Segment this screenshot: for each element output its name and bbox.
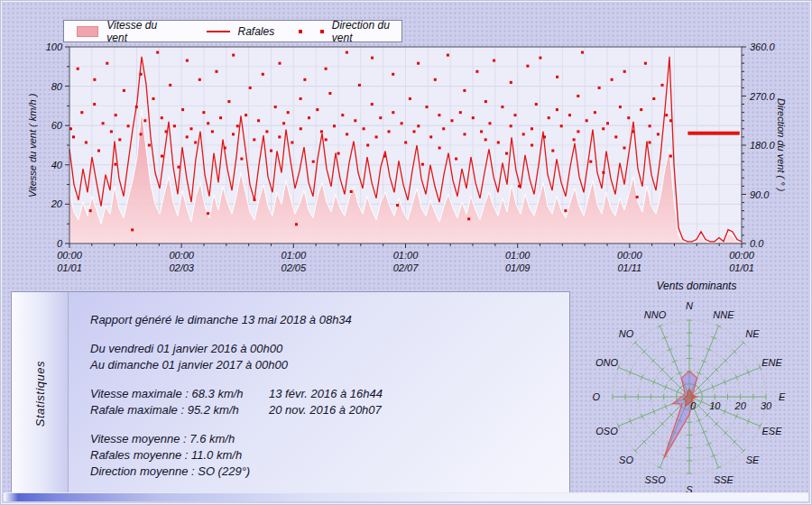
- direction-dot: [216, 70, 218, 73]
- rose-direction-label: ONO: [595, 357, 619, 368]
- direction-dot: [240, 158, 243, 161]
- direction-dot: [459, 111, 462, 114]
- direction-dot: [161, 155, 163, 158]
- direction-dot: [447, 54, 449, 57]
- direction-dot: [514, 114, 517, 116]
- direction-dot: [93, 103, 96, 106]
- direction-dot: [632, 130, 634, 133]
- direction-dot: [254, 198, 256, 201]
- direction-dot: [586, 119, 588, 122]
- direction-dot: [463, 89, 466, 92]
- direction-dot: [531, 144, 533, 147]
- direction-dot: [328, 92, 331, 95]
- rose-scale-label: 30: [761, 400, 772, 411]
- direction-dot: [156, 51, 159, 54]
- direction-dot: [207, 122, 209, 124]
- direction-dot: [316, 108, 318, 111]
- direction-dot: [115, 114, 117, 116]
- direction-dot: [253, 138, 255, 141]
- right-axis-tick-label: 180.0: [750, 140, 775, 151]
- direction-dot: [594, 111, 596, 114]
- direction-dot: [127, 124, 130, 127]
- direction-dot: [501, 106, 503, 108]
- right-axis-tick-label: 0.0: [750, 238, 764, 249]
- direction-dot: [366, 144, 369, 147]
- rose-direction-label: SSO: [644, 474, 666, 485]
- direction-dot: [131, 228, 134, 231]
- direction-dot: [623, 70, 626, 73]
- statistics-side-strip: Statistiques: [12, 292, 69, 495]
- direction-dot: [404, 142, 407, 144]
- direction-dot: [392, 111, 394, 114]
- direction-dot: [379, 116, 382, 119]
- direction-dot: [475, 70, 478, 73]
- direction-dot: [564, 209, 567, 212]
- direction-dot: [123, 89, 125, 92]
- direction-dot: [341, 114, 344, 116]
- left-axis-title: Vitesse du vent ( km/h ): [27, 47, 38, 243]
- direction-dot: [354, 119, 356, 122]
- direction-dot: [652, 97, 655, 100]
- direction-dot: [493, 60, 495, 62]
- direction-dot: [211, 130, 214, 133]
- direction-dot: [300, 97, 302, 100]
- direction-dot: [669, 119, 672, 122]
- max-speed-date: 13 févr. 2016 à 16h44: [269, 386, 383, 402]
- direction-dot: [464, 133, 466, 135]
- x-axis-time-label: 00:00: [57, 250, 82, 261]
- direction-dot: [207, 212, 209, 215]
- wind-report-page: Vitesse du vent Rafales Direction du ven…: [0, 0, 812, 505]
- x-axis-date-label: 01/09: [505, 262, 531, 273]
- direction-dot: [270, 150, 272, 152]
- direction-dot: [421, 163, 424, 166]
- x-axis-date-label: 02/05: [281, 262, 307, 273]
- left-axis-tick-label: 60: [51, 120, 63, 131]
- rose-distribution-polygon: [664, 372, 697, 458]
- x-axis-time-label: 01:00: [505, 250, 531, 261]
- direction-dot: [484, 100, 487, 103]
- direction-dot: [303, 78, 306, 81]
- direction-dot: [93, 78, 96, 81]
- left-axis-tick-label: 20: [51, 198, 63, 209]
- direction-dot: [505, 152, 508, 155]
- direction-dot: [358, 84, 361, 87]
- left-axis-tick-label: 40: [51, 160, 63, 170]
- direction-dot: [232, 54, 235, 57]
- direction-dot: [186, 135, 189, 138]
- direction-dot: [438, 147, 441, 150]
- period-from-line: Du vendredi 01 janvier 2016 à 00h00: [90, 341, 569, 357]
- direction-dot: [236, 124, 239, 127]
- wind-timeseries-chart: 0204060801000.090.0180.0270.0360.000:000…: [2, 2, 812, 283]
- direction-dot: [442, 127, 445, 130]
- direction-dot: [551, 150, 554, 152]
- report-generated-line: Rapport généré le dimanche 13 mai 2018 à…: [90, 312, 569, 328]
- direction-dot: [282, 122, 285, 124]
- direction-dot: [560, 124, 563, 127]
- statistics-content: Rapport généré le dimanche 13 mai 2018 à…: [69, 292, 569, 495]
- mean-speed-line: Vitesse moyenne : 7.6 km/h: [90, 431, 569, 447]
- direction-dot: [611, 78, 614, 81]
- direction-dot: [619, 106, 622, 108]
- direction-dot: [426, 106, 429, 108]
- direction-dot: [602, 171, 604, 174]
- rose-direction-label: NNO: [644, 309, 667, 320]
- right-axis-tick-label: 360.0: [750, 41, 775, 52]
- direction-dot: [202, 111, 205, 114]
- direction-dot: [161, 116, 163, 119]
- direction-dot: [623, 147, 626, 150]
- direction-dot: [392, 73, 394, 76]
- direction-dot: [497, 142, 500, 144]
- direction-dot: [325, 68, 328, 70]
- direction-dot: [522, 133, 525, 135]
- direction-dot: [337, 152, 340, 155]
- direction-dot: [232, 133, 235, 135]
- direction-dot: [350, 190, 353, 193]
- direction-dot: [173, 124, 176, 127]
- direction-dot: [181, 108, 184, 111]
- direction-dot: [627, 116, 630, 119]
- direction-dot: [245, 114, 247, 116]
- direction-dot: [102, 122, 105, 124]
- direction-dot: [148, 144, 151, 147]
- direction-dot: [409, 97, 411, 100]
- statistics-side-label: Statistiques: [33, 361, 47, 427]
